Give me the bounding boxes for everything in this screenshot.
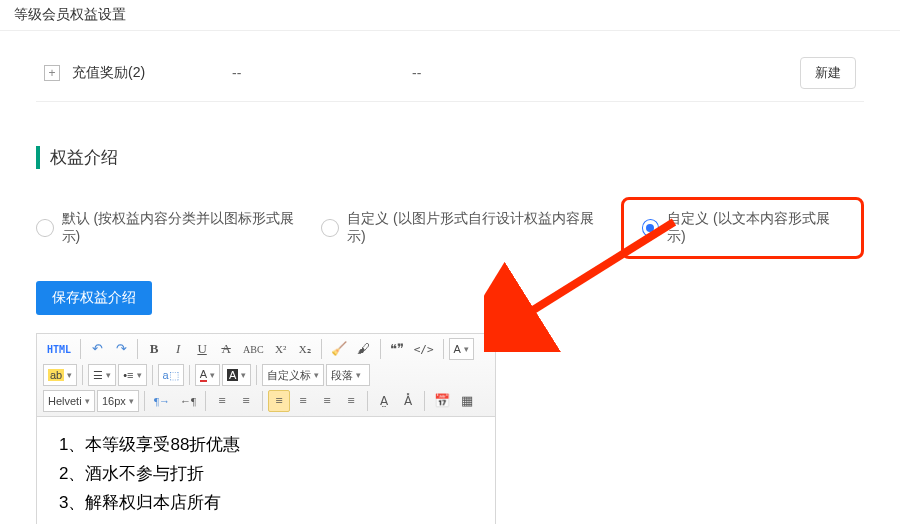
toolbar-separator <box>256 365 257 385</box>
toolbar-separator <box>80 339 81 359</box>
font-color-button[interactable]: A▾ <box>195 364 220 386</box>
toolbar-separator <box>152 365 153 385</box>
radio-label: 自定义 (以图片形式自行设计权益内容展示) <box>347 210 605 246</box>
redo-button[interactable]: ↷ <box>110 338 132 360</box>
word-art-a-button[interactable]: A̤ <box>373 390 395 412</box>
highlight-color-button[interactable]: ab▾ <box>43 364 77 386</box>
chevron-down-icon: ▾ <box>67 370 72 380</box>
font-family-dropdown[interactable]: Helveti▾ <box>43 390 95 412</box>
chevron-down-icon: ▾ <box>464 344 469 354</box>
editor-line: 1、本等级享受88折优惠 <box>59 431 473 460</box>
font-size-dropdown[interactable]: 16px▾ <box>97 390 139 412</box>
radio-text[interactable]: 自定义 (以文本内容形式展示) <box>642 210 843 246</box>
benefit-col1: -- <box>232 65 412 81</box>
code-button[interactable]: </> <box>410 338 438 360</box>
video-button[interactable]: ▦ <box>456 390 478 412</box>
strike-button[interactable]: A <box>215 338 237 360</box>
create-button[interactable]: 新建 <box>800 57 856 89</box>
toolbar-separator <box>82 365 83 385</box>
rich-text-editor: HTML ↶ ↷ B I U A ABC X² X₂ 🧹 🖌 ❝❞ </> A▾… <box>36 333 496 524</box>
align-left-button[interactable]: ≡ <box>268 390 290 412</box>
radio-icon <box>36 219 54 237</box>
chevron-down-icon: ▾ <box>106 370 111 380</box>
toolbar-separator <box>262 391 263 411</box>
toolbar-separator <box>424 391 425 411</box>
editor-line: 3、解释权归本店所有 <box>59 489 473 518</box>
benefit-name: 充值奖励(2) <box>72 64 232 82</box>
bg-color-button[interactable]: A▾ <box>222 364 251 386</box>
indent-button[interactable]: ≡ <box>235 390 257 412</box>
blockquote-button[interactable]: ❝❞ <box>386 338 408 360</box>
editor-line: 2、酒水不参与打折 <box>59 460 473 489</box>
section-title: 权益介绍 <box>36 146 864 169</box>
bold-button[interactable]: B <box>143 338 165 360</box>
toolbar-separator <box>367 391 368 411</box>
highlight-box: 自定义 (以文本内容形式展示) <box>621 197 864 259</box>
italic-button[interactable]: I <box>167 338 189 360</box>
superscript-button[interactable]: X² <box>270 338 292 360</box>
custom-format-dropdown[interactable]: 自定义标▾ <box>262 364 324 386</box>
source-html-button[interactable]: HTML <box>43 338 75 360</box>
chevron-down-icon: ▾ <box>129 396 134 406</box>
unordered-list-button[interactable]: •≡▾ <box>118 364 146 386</box>
benefit-row: + 充值奖励(2) -- -- 新建 <box>36 45 864 102</box>
radio-label: 默认 (按权益内容分类并以图标形式展示) <box>62 210 306 246</box>
select-all-button[interactable]: a⬚ <box>158 364 184 386</box>
word-art-b-button[interactable]: A̽ <box>397 390 419 412</box>
toolbar-separator <box>443 339 444 359</box>
abc-button[interactable]: ABC <box>239 338 268 360</box>
undo-button[interactable]: ↶ <box>86 338 108 360</box>
toolbar-separator <box>321 339 322 359</box>
toolbar-separator <box>189 365 190 385</box>
ordered-list-button[interactable]: ☰▾ <box>88 364 116 386</box>
chevron-down-icon: ▾ <box>356 370 361 380</box>
chevron-down-icon: ▾ <box>137 370 142 380</box>
editor-toolbar: HTML ↶ ↷ B I U A ABC X² X₂ 🧹 🖌 ❝❞ </> A▾… <box>37 334 495 417</box>
radio-icon <box>321 219 339 237</box>
underline-button[interactable]: U <box>191 338 213 360</box>
radio-default[interactable]: 默认 (按权益内容分类并以图标形式展示) <box>36 210 305 246</box>
align-right-button[interactable]: ≡ <box>316 390 338 412</box>
toolbar-separator <box>205 391 206 411</box>
outdent-button[interactable]: ≡ <box>211 390 233 412</box>
benefit-col2: -- <box>412 65 592 81</box>
align-justify-button[interactable]: ≡ <box>340 390 362 412</box>
radio-image[interactable]: 自定义 (以图片形式自行设计权益内容展示) <box>321 210 604 246</box>
expand-icon[interactable]: + <box>44 65 60 81</box>
display-mode-radios: 默认 (按权益内容分类并以图标形式展示) 自定义 (以图片形式自行设计权益内容展… <box>36 197 864 259</box>
radio-label: 自定义 (以文本内容形式展示) <box>667 210 843 246</box>
date-button[interactable]: 📅 <box>430 390 454 412</box>
modal-header: 等级会员权益设置 <box>0 0 900 31</box>
font-style-dropdown[interactable]: A▾ <box>449 338 474 360</box>
radio-icon <box>642 219 660 237</box>
chevron-down-icon: ▾ <box>241 370 246 380</box>
editor-content-area[interactable]: 1、本等级享受88折优惠 2、酒水不参与打折 3、解释权归本店所有 <box>37 417 495 524</box>
toolbar-separator <box>137 339 138 359</box>
clear-format-button[interactable]: 🧹 <box>327 338 351 360</box>
paragraph-dropdown[interactable]: 段落▾ <box>326 364 370 386</box>
format-paint-button[interactable]: 🖌 <box>353 338 375 360</box>
save-intro-button[interactable]: 保存权益介绍 <box>36 281 152 315</box>
chevron-down-icon: ▾ <box>314 370 319 380</box>
chevron-down-icon: ▾ <box>210 370 215 380</box>
rtl-button[interactable]: ←¶ <box>176 390 200 412</box>
toolbar-separator <box>144 391 145 411</box>
toolbar-separator <box>380 339 381 359</box>
modal-title: 等级会员权益设置 <box>14 6 126 22</box>
ltr-button[interactable]: ¶→ <box>150 390 174 412</box>
subscript-button[interactable]: X₂ <box>294 338 316 360</box>
align-center-button[interactable]: ≡ <box>292 390 314 412</box>
chevron-down-icon: ▾ <box>85 396 90 406</box>
